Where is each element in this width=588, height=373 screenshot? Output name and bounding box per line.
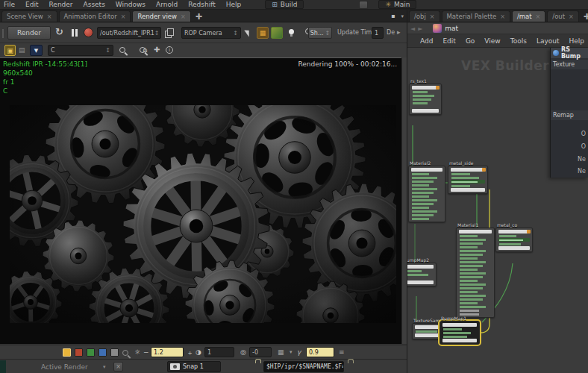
tab-render-view[interactable]: Render view× — [132, 10, 190, 22]
shader-mode-button[interactable]: Sh...↕ — [308, 27, 332, 39]
viewport-scrollbar[interactable] — [401, 57, 407, 344]
node-parameter-row — [459, 298, 492, 301]
menu-windows[interactable]: Windows — [116, 1, 146, 8]
menu-file[interactable]: File — [4, 1, 15, 8]
panel-tab-texture[interactable]: Texture — [551, 60, 588, 69]
node-material1[interactable]: Material1 — [456, 228, 495, 318]
close-icon[interactable]: × — [181, 13, 186, 20]
mplay-icon[interactable]: ▣ — [4, 45, 16, 56]
chevron-down-icon[interactable]: ▾ — [103, 364, 106, 370]
tab-mat[interactable]: /mat× — [512, 10, 545, 22]
channel-red-swatch[interactable] — [75, 348, 83, 357]
rop-path-select[interactable]: /out/Redshift_IPR1↕ — [97, 27, 161, 39]
zoom-in-icon[interactable] — [119, 47, 125, 53]
node-metal-side[interactable]: metal_side — [448, 166, 488, 194]
node-rs-tex1[interactable]: rs_tex1 — [409, 84, 442, 115]
close-icon[interactable]: × — [569, 13, 574, 20]
render-region-icon[interactable]: ▦ — [257, 27, 269, 39]
menu-assets[interactable]: Assets — [84, 1, 105, 8]
nav-back-icon[interactable]: ◄ — [410, 25, 415, 32]
gamma-field[interactable]: 0.9 — [306, 347, 334, 357]
exposure-decrement[interactable]: − — [143, 348, 149, 356]
node-bumpmap2[interactable]: BumpMap2 — [407, 263, 437, 286]
render-viewport[interactable]: Redshift IPR -14:55:43[1] 960x540 fr 1 C… — [0, 57, 401, 344]
menu-tools[interactable]: Tools — [510, 37, 527, 45]
close-icon[interactable]: × — [121, 13, 126, 20]
menu-layout[interactable]: Layout — [537, 37, 560, 45]
offset-field[interactable]: -0 — [249, 347, 272, 357]
lights-icon[interactable] — [289, 29, 294, 34]
channel-alpha-swatch[interactable] — [110, 348, 119, 357]
new-tab-button[interactable]: ✚ — [193, 12, 205, 22]
menu-add[interactable]: Add — [420, 37, 433, 45]
close-icon[interactable]: × — [536, 13, 541, 20]
view-layout-icon[interactable]: ▤ — [19, 46, 25, 54]
panel-header[interactable]: RS Bump — [551, 48, 588, 58]
node-metal-co[interactable]: metal_co — [495, 228, 533, 252]
channel-green-swatch[interactable] — [87, 348, 95, 357]
node-bumpmap1[interactable]: BumpMap1 — [440, 321, 480, 345]
render-statusbar: Active Render ▾ × − ＋ Snap 1 $HIP/ipr/$S… — [0, 359, 407, 373]
snapshot-field[interactable]: Snap 1 — [167, 361, 221, 372]
menu-edit[interactable]: Edit — [442, 37, 455, 45]
render-button[interactable]: Render — [7, 26, 51, 40]
pan-icon[interactable]: ✚ — [154, 46, 160, 54]
snapshot-compare-icon[interactable] — [271, 27, 283, 39]
exposure-increment[interactable]: ＋ — [187, 348, 193, 358]
curves-icon[interactable]: ≡ — [339, 348, 345, 356]
tab-out[interactable]: /out× — [547, 10, 579, 22]
menu-view[interactable]: View — [484, 37, 500, 45]
record-icon[interactable] — [84, 28, 93, 37]
menu-render[interactable]: Render — [49, 1, 73, 8]
new-tab-button[interactable]: ✚ — [581, 12, 588, 22]
shelf-selector[interactable]: ✳ Main — [378, 0, 416, 9]
node-parameter-row — [459, 260, 492, 263]
node-material2[interactable]: Material2 — [408, 166, 445, 222]
menubar-extra-button[interactable] — [359, 1, 368, 9]
breadcrumb[interactable]: mat — [445, 25, 458, 32]
home-view-icon[interactable]: ⌂ — [143, 46, 147, 54]
snapshot-path-field[interactable]: $HIP/ipr/$SNAPNAME.$F4 — [263, 361, 344, 372]
plane-select[interactable]: C↕ — [48, 45, 113, 56]
info-icon[interactable]: i — [166, 46, 173, 54]
menu-edit[interactable]: Edit — [25, 1, 38, 8]
toolbar-overflow-icon[interactable]: ▸ — [397, 28, 401, 36]
node-picker-icon[interactable] — [244, 28, 251, 37]
pixel-inspect-icon[interactable] — [122, 350, 128, 356]
pause-icon[interactable] — [72, 29, 78, 37]
lut-icon[interactable]: ▦ — [278, 348, 284, 356]
node-connector-row — [412, 109, 439, 113]
nav-forward-icon[interactable]: ► — [418, 25, 422, 32]
contrast-field[interactable]: 1 — [204, 347, 234, 357]
tab-animation-editor[interactable]: Animation Editor× — [59, 10, 131, 22]
camera-select[interactable]: ROP Camera↕ — [181, 27, 241, 39]
close-icon[interactable]: × — [430, 13, 435, 20]
channel-all-swatch[interactable] — [63, 348, 71, 357]
copy-rop-icon[interactable] — [167, 28, 174, 36]
menu-help[interactable]: Help — [569, 37, 585, 45]
stop-render-button[interactable]: × — [113, 362, 123, 372]
exposure-field[interactable]: 1.2 — [151, 347, 184, 357]
refresh-icon[interactable]: ↻ — [55, 26, 63, 37]
menu-help[interactable]: Help — [226, 1, 242, 8]
tab-material-palette[interactable]: Material Palette× — [442, 10, 510, 22]
menu-go[interactable]: Go — [466, 37, 475, 45]
node-title: Material2 — [410, 160, 431, 166]
pane-options-icon[interactable]: ▪ — [391, 13, 395, 19]
render-mode-label[interactable]: Active Render — [41, 363, 88, 371]
pane-menu-chevron-icon[interactable]: ▾ — [401, 13, 404, 19]
menu-arnold[interactable]: Arnold — [156, 1, 178, 8]
close-icon[interactable]: × — [47, 13, 52, 20]
menu-redshift[interactable]: Redshift — [188, 1, 216, 8]
node-parameter-row — [411, 210, 442, 213]
close-icon[interactable]: × — [500, 13, 505, 20]
render-title-overlay: Redshift IPR -14:55:43[1] — [3, 60, 87, 68]
channel-blue-swatch[interactable] — [98, 348, 107, 357]
display-options-button[interactable]: ▼ — [30, 45, 43, 56]
desktop-selector[interactable]: ⊞ Build — [265, 0, 304, 9]
panel-section-remap[interactable]: Remap — [551, 110, 588, 120]
update-time-field[interactable]: 1 — [372, 27, 384, 39]
tab-scene-view[interactable]: Scene View× — [1, 10, 57, 22]
tab-obj[interactable]: /obj× — [409, 10, 440, 22]
chevron-down-icon[interactable]: ▾ — [290, 349, 293, 355]
